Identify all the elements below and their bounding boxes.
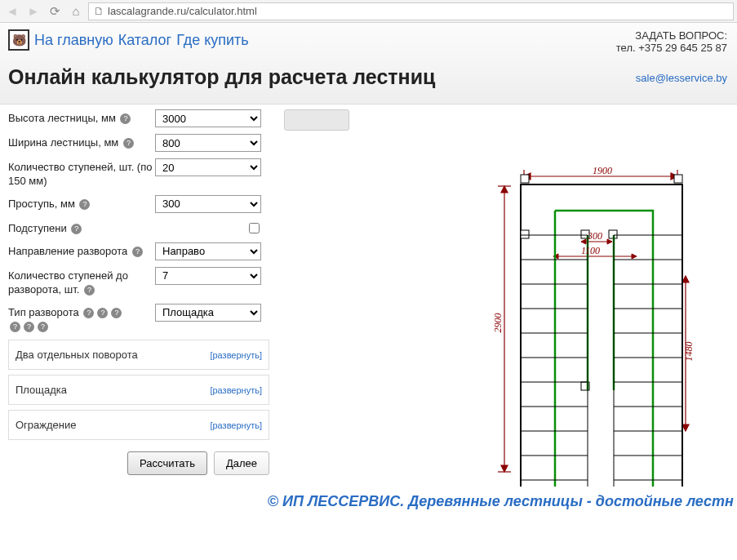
tread-select[interactable]: 300 — [155, 195, 261, 213]
height-label: Высота лестницы, мм — [8, 112, 116, 124]
svg-marker-17 — [682, 276, 689, 282]
section-two-turns[interactable]: Два отдельных поворота [развернуть] — [8, 340, 269, 370]
svg-rect-22 — [521, 230, 529, 238]
riser-checkbox[interactable] — [249, 223, 260, 233]
stair-diagram: 1900 2900 300 1100 1480 — [326, 162, 718, 487]
help-icon[interactable]: ? — [10, 322, 20, 332]
nav-catalog[interactable]: Каталог — [118, 32, 171, 49]
url-bar[interactable]: 🗋 lascalagrande.ru/calculator.html — [88, 2, 734, 20]
contact-block: ЗАДАТЬ ВОПРОС: тел. +375 29 645 25 87 sa… — [616, 29, 727, 84]
turn-dir-label: Направление разворота — [8, 245, 127, 257]
next-button[interactable]: Далее — [214, 451, 269, 475]
preview-pane: 1900 2900 300 1100 1480 — [277, 104, 737, 487]
width-label: Ширина лестницы, мм — [8, 136, 118, 149]
steps-select[interactable]: 20 — [155, 158, 261, 176]
nav-home[interactable]: На главную — [34, 32, 113, 49]
email-link[interactable]: sale@lesservice.by — [616, 72, 727, 84]
turn-type-select[interactable]: Площадка — [155, 304, 261, 322]
steps-to-turn-label: Количество ступеней до разворота, шт. — [8, 269, 128, 296]
turn-type-label: Тип разворота — [8, 306, 79, 318]
dim-gap: 300 — [588, 230, 602, 242]
home-button[interactable]: ⌂ — [67, 2, 85, 20]
height-select[interactable]: 3000 — [155, 109, 261, 127]
steps-label: Количество ступеней, шт. (по 150 мм) — [8, 161, 152, 187]
dim-side: 1480 — [683, 342, 695, 362]
url-text: lascalagrande.ru/calculator.html — [108, 5, 257, 17]
steps-to-turn-select[interactable]: 7 — [155, 267, 261, 285]
expand-link[interactable]: [развернуть] — [210, 350, 262, 360]
section-platform[interactable]: Площадка [развернуть] — [8, 375, 269, 405]
svg-marker-8 — [501, 186, 508, 193]
svg-marker-15 — [632, 254, 637, 259]
page-icon: 🗋 — [94, 5, 104, 17]
phone: тел. +375 29 645 25 87 — [616, 42, 727, 54]
svg-marker-18 — [682, 424, 689, 431]
help-icon[interactable]: ? — [84, 285, 95, 296]
help-icon[interactable]: ? — [111, 308, 122, 318]
logo[interactable]: 🐻 — [8, 29, 29, 51]
help-icon[interactable]: ? — [79, 199, 90, 210]
expand-link[interactable]: [развернуть] — [210, 420, 262, 430]
back-button[interactable]: ◄ — [3, 2, 21, 20]
dim-inner: 1100 — [581, 245, 600, 257]
expand-link[interactable]: [развернуть] — [210, 385, 262, 395]
forward-button[interactable]: ► — [24, 2, 42, 20]
dim-height: 2900 — [492, 313, 504, 333]
browser-toolbar: ◄ ► ⟳ ⌂ 🗋 lascalagrande.ru/calculator.ht… — [0, 0, 737, 23]
section-railing[interactable]: Ограждение [развернуть] — [8, 410, 269, 440]
reload-button[interactable]: ⟳ — [46, 2, 64, 20]
help-icon[interactable]: ? — [123, 138, 134, 149]
ask-label: ЗАДАТЬ ВОПРОС: — [616, 29, 727, 42]
help-icon[interactable]: ? — [132, 247, 143, 257]
help-icon[interactable]: ? — [24, 322, 34, 332]
calculate-button[interactable]: Рассчитать — [127, 451, 207, 475]
svg-marker-12 — [607, 239, 612, 244]
help-icon[interactable]: ? — [120, 113, 131, 124]
help-icon[interactable]: ? — [83, 308, 94, 318]
footer: © ИП ЛЕССЕРВИС. Деревянные лестницы - до… — [0, 487, 737, 513]
turn-dir-select[interactable]: Направо — [155, 242, 261, 260]
svg-marker-11 — [581, 239, 586, 244]
help-icon[interactable]: ? — [71, 224, 82, 234]
svg-marker-9 — [501, 465, 508, 472]
nav-buy[interactable]: Где купить — [176, 32, 249, 49]
calculator-form: Высота лестницы, мм ? 3000 Ширина лестни… — [0, 104, 277, 487]
help-icon[interactable]: ? — [38, 322, 48, 332]
site-header: 🐻 На главную Каталог Где купить ЗАДАТЬ В… — [0, 23, 737, 104]
riser-label: Подступени — [8, 222, 67, 234]
dim-width: 1900 — [593, 165, 612, 177]
svg-rect-20 — [521, 175, 529, 183]
tread-label: Проступь, мм — [8, 198, 75, 210]
preview-tab[interactable] — [284, 109, 349, 131]
svg-rect-21 — [674, 175, 682, 183]
help-icon[interactable]: ? — [97, 308, 108, 318]
width-select[interactable]: 800 — [155, 134, 261, 152]
